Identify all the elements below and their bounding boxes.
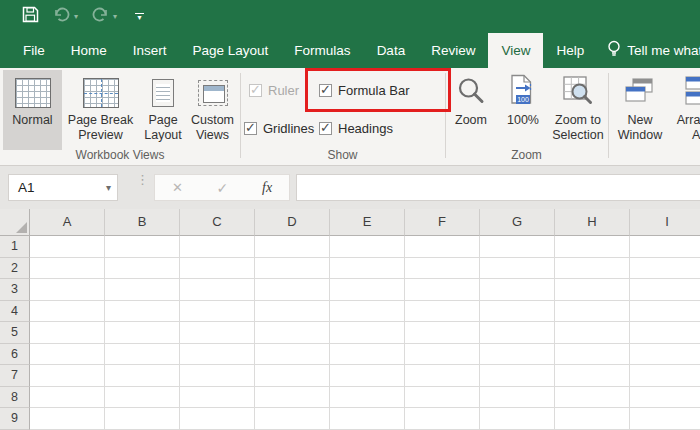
tab-formulas[interactable]: Formulas [281,33,363,68]
column-header-D[interactable]: D [255,209,330,236]
page-layout-view-button[interactable]: Page Layout [139,70,187,150]
cell-B1[interactable] [105,236,180,258]
cell-G3[interactable] [480,279,555,301]
cell-G9[interactable] [480,408,555,430]
cell-G5[interactable] [480,322,555,344]
cell-F7[interactable] [405,365,480,387]
cell-F8[interactable] [405,387,480,409]
cell-E3[interactable] [330,279,405,301]
cell-I2[interactable] [630,258,700,280]
gridlines-checkbox[interactable]: Gridlines [244,119,314,137]
cell-G2[interactable] [480,258,555,280]
cell-C7[interactable] [180,365,255,387]
cell-A7[interactable] [30,365,105,387]
cell-F1[interactable] [405,236,480,258]
cell-F6[interactable] [405,344,480,366]
customize-quick-access-icon[interactable]: ▾ [135,13,144,21]
column-header-B[interactable]: B [105,209,180,236]
select-all-corner[interactable] [0,209,30,236]
tell-me-box[interactable]: Tell me what you want to do [597,33,700,68]
cell-D7[interactable] [255,365,330,387]
tab-help[interactable]: Help [543,33,597,68]
cell-B8[interactable] [105,387,180,409]
cell-I7[interactable] [630,365,700,387]
cancel-icon[interactable]: ✕ [172,180,183,195]
cell-E2[interactable] [330,258,405,280]
cell-I9[interactable] [630,408,700,430]
row-header-2[interactable]: 2 [0,258,30,280]
cell-A5[interactable] [30,322,105,344]
row-header-6[interactable]: 6 [0,344,30,366]
tab-home[interactable]: Home [58,33,120,68]
cell-D8[interactable] [255,387,330,409]
cell-G8[interactable] [480,387,555,409]
cell-D1[interactable] [255,236,330,258]
headings-checkbox[interactable]: Headings [319,119,393,137]
cell-H7[interactable] [555,365,630,387]
cell-G4[interactable] [480,301,555,323]
column-header-A[interactable]: A [30,209,105,236]
cell-C4[interactable] [180,301,255,323]
cell-D3[interactable] [255,279,330,301]
column-header-H[interactable]: H [555,209,630,236]
cell-F3[interactable] [405,279,480,301]
cell-G1[interactable] [480,236,555,258]
row-header-3[interactable]: 3 [0,279,30,301]
cell-B4[interactable] [105,301,180,323]
cell-F5[interactable] [405,322,480,344]
cell-I1[interactable] [630,236,700,258]
cell-E4[interactable] [330,301,405,323]
cell-I8[interactable] [630,387,700,409]
column-header-I[interactable]: I [630,209,700,236]
cell-A2[interactable] [30,258,105,280]
cell-C9[interactable] [180,408,255,430]
cell-B5[interactable] [105,322,180,344]
zoom-100-button[interactable]: 100 100% [498,70,548,128]
cell-C6[interactable] [180,344,255,366]
cell-D4[interactable] [255,301,330,323]
cell-E7[interactable] [330,365,405,387]
tab-page-layout[interactable]: Page Layout [180,33,282,68]
cell-G6[interactable] [480,344,555,366]
cell-A1[interactable] [30,236,105,258]
save-icon[interactable] [22,6,39,27]
new-window-button[interactable]: New Window [613,70,667,142]
row-header-7[interactable]: 7 [0,365,30,387]
cell-H3[interactable] [555,279,630,301]
cell-I4[interactable] [630,301,700,323]
cell-A6[interactable] [30,344,105,366]
cell-I5[interactable] [630,322,700,344]
redo-icon[interactable] [92,7,109,26]
cell-B6[interactable] [105,344,180,366]
undo-icon[interactable] [53,7,70,26]
enter-icon[interactable]: ✓ [217,180,229,196]
cell-D9[interactable] [255,408,330,430]
cell-H9[interactable] [555,408,630,430]
row-header-4[interactable]: 4 [0,301,30,323]
tab-review[interactable]: Review [418,33,488,68]
cell-H5[interactable] [555,322,630,344]
cell-D6[interactable] [255,344,330,366]
undo-dropdown-icon[interactable]: ▾ [74,12,78,21]
custom-views-button[interactable]: Custom Views [188,70,237,150]
cell-C3[interactable] [180,279,255,301]
name-box-dropdown-icon[interactable]: ▾ [106,182,111,193]
cell-H2[interactable] [555,258,630,280]
column-header-G[interactable]: G [480,209,555,236]
cell-F2[interactable] [405,258,480,280]
column-header-F[interactable]: F [405,209,480,236]
cell-G7[interactable] [480,365,555,387]
cell-B7[interactable] [105,365,180,387]
cell-F4[interactable] [405,301,480,323]
cell-A8[interactable] [30,387,105,409]
name-box[interactable]: A1 ▾ [8,174,118,201]
cell-C1[interactable] [180,236,255,258]
tab-data[interactable]: Data [364,33,419,68]
cell-E1[interactable] [330,236,405,258]
row-header-9[interactable]: 9 [0,408,30,430]
cell-H6[interactable] [555,344,630,366]
cell-E6[interactable] [330,344,405,366]
zoom-to-selection-button[interactable]: Zoom to Selection [549,70,607,142]
page-break-preview-button[interactable]: Page Break Preview [64,70,137,150]
ruler-checkbox[interactable]: Ruler [249,81,299,99]
